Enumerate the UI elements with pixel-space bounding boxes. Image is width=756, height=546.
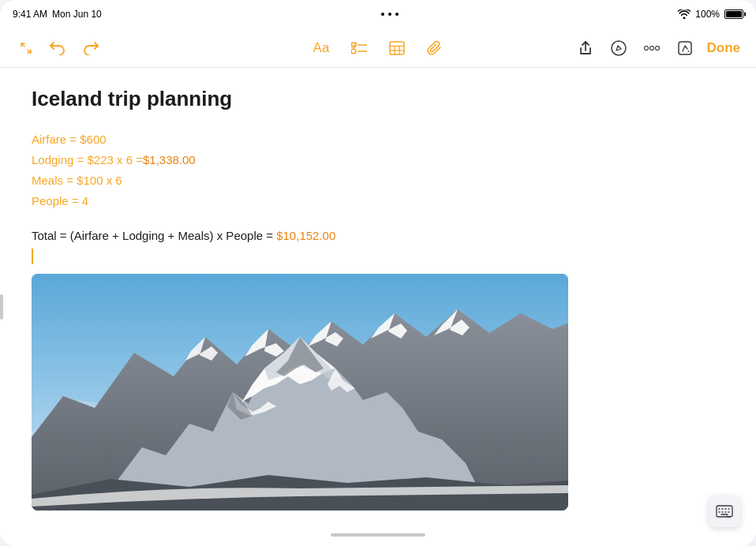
dot-1 (381, 13, 384, 16)
toolbar-center: Aa (197, 37, 560, 59)
svg-point-11 (612, 41, 626, 55)
note-line-meals: Meals = $100 x 6 (32, 171, 724, 190)
status-left: 9:41 AM Mon Jun 10 (13, 9, 102, 20)
lodging-label: Lodging (32, 153, 73, 166)
note-line-people: People = 4 (32, 192, 724, 211)
people-formula: = 4 (69, 194, 88, 208)
svg-point-1 (351, 49, 356, 54)
people-label: People (32, 194, 69, 208)
ipad-frame: 9:41 AM Mon Jun 10 100% (0, 0, 756, 546)
undo-button[interactable] (46, 38, 69, 58)
mountain-svg (32, 274, 568, 510)
status-right: 100% (678, 9, 743, 20)
battery-icon (724, 9, 743, 19)
date-display: Mon Jun 10 (52, 9, 102, 20)
airfare-formula: = $600 (66, 133, 106, 146)
battery-percent: 100% (695, 9, 720, 20)
svg-rect-15 (679, 42, 691, 54)
svg-point-14 (655, 46, 659, 50)
svg-point-12 (644, 46, 648, 50)
note-content[interactable]: Iceland trip planning Airfare = $600 Lod… (0, 68, 756, 546)
mountain-scene (32, 274, 568, 510)
note-title: Iceland trip planning (32, 87, 724, 111)
share-button[interactable] (574, 37, 597, 59)
total-prefix: Total = (Airfare + Lodging + Meals) x Pe… (32, 229, 273, 242)
note-lines: Airfare = $600 Lodging = $223 x 6 =$1,33… (32, 130, 724, 211)
format-text-button[interactable]: Aa (310, 37, 333, 59)
note-edit-button[interactable] (674, 37, 696, 59)
markup-icon (611, 40, 627, 56)
collapse-icon (19, 41, 33, 55)
undo-icon (49, 41, 66, 55)
side-handle (0, 294, 3, 320)
battery-fill (726, 11, 742, 17)
svg-point-13 (649, 46, 653, 50)
format-aa-label: Aa (313, 40, 330, 56)
table-button[interactable] (386, 38, 408, 58)
status-bar: 9:41 AM Mon Jun 10 100% (0, 0, 756, 28)
wifi-icon (678, 9, 691, 19)
markup-button[interactable] (608, 37, 630, 59)
lodging-result: $1,338.00 (143, 153, 196, 166)
note-line-airfare: Airfare = $600 (32, 130, 724, 149)
status-center (381, 13, 399, 16)
attachment-button[interactable] (424, 37, 446, 59)
note-total-line: Total = (Airfare + Lodging + Meals) x Pe… (32, 226, 724, 245)
svg-rect-6 (390, 42, 404, 54)
done-button[interactable]: Done (707, 40, 741, 56)
more-icon (644, 46, 660, 50)
dot-2 (388, 13, 391, 16)
toolbar-right: Done (560, 37, 741, 59)
cursor-container (32, 249, 724, 267)
more-button[interactable] (641, 43, 663, 54)
collapse-button[interactable] (16, 38, 36, 58)
keyboard-toggle-button[interactable] (709, 496, 740, 527)
scroll-indicator (331, 533, 425, 537)
mountain-image (32, 274, 568, 510)
time-display: 9:41 AM (13, 9, 47, 20)
checklist-icon (351, 41, 367, 55)
text-cursor (32, 249, 33, 264)
toolbar-left (16, 38, 197, 58)
attachment-icon (427, 40, 443, 56)
airfare-label: Airfare (32, 133, 66, 146)
lodging-formula: = $223 x 6 = (73, 153, 143, 166)
note-edit-icon (677, 40, 693, 56)
share-icon (578, 40, 593, 56)
keyboard-icon (716, 505, 733, 518)
redo-icon (82, 41, 99, 55)
dot-3 (395, 13, 399, 16)
total-result: $10,152.00 (273, 229, 335, 242)
meals-formula: = $100 x 6 (63, 174, 122, 187)
note-line-lodging: Lodging = $223 x 6 =$1,338.00 (32, 151, 724, 170)
checklist-button[interactable] (348, 38, 370, 58)
table-icon (389, 41, 405, 55)
toolbar: Aa (0, 28, 756, 68)
svg-rect-17 (717, 506, 732, 517)
redo-button[interactable] (79, 38, 103, 58)
meals-label: Meals (32, 174, 63, 187)
